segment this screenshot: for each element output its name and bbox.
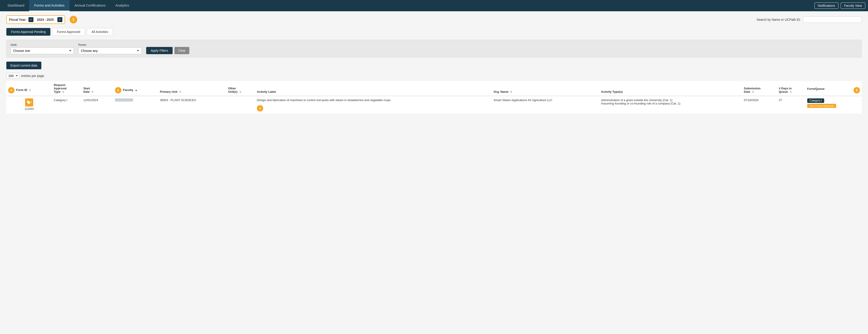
- td-start-date: 11/01/2024: [82, 96, 113, 114]
- td-activity-label: Design and fabrication of machines to co…: [255, 96, 492, 114]
- fiscal-prev-button[interactable]: <: [28, 17, 33, 22]
- th-form-id: 4 Form ID ⇅: [6, 81, 52, 96]
- entries-row: 100 50 25 10 entries per page: [6, 73, 862, 79]
- td-primary-unit: 30003 - PLANT SCIENCES: [158, 96, 226, 114]
- nav-tab-forms[interactable]: Forms and Activities: [29, 0, 69, 11]
- th-activity-types: Activity Type(s): [599, 81, 742, 96]
- sort-icon-org-name: ⇅: [510, 91, 512, 93]
- td-faculty: [113, 96, 158, 114]
- th-other-units: OtherUnit(s) ⇅: [226, 81, 255, 96]
- nav-right: Notifications Faculty View: [814, 0, 865, 11]
- th-start-date: StartDate ⇅: [82, 81, 113, 96]
- nav-tab-analytics[interactable]: Analytics: [111, 0, 134, 11]
- sort-icon-request-approval-type: ⇅: [62, 91, 64, 93]
- queue-approver: Vice Provost Approver: [807, 104, 836, 108]
- activity-label-text: Design and fabrication of machines to co…: [257, 98, 391, 102]
- form-filter-group: Form: Choose any: [79, 43, 142, 54]
- td-other-units: [226, 96, 255, 114]
- entries-per-page-label: entries per page: [21, 74, 44, 78]
- fiscal-year-text: 2024 - 2025: [35, 18, 56, 22]
- th-request-approval-type: RequestApprovalType ⇅: [52, 81, 82, 96]
- tab-forms-approved[interactable]: Forms Approved: [52, 28, 85, 36]
- td-form-id: 4 121933: [6, 96, 52, 114]
- unit-filter-group: Unit: Choose one: [11, 43, 74, 54]
- nav-tab-dashboard[interactable]: Dashboard: [3, 0, 29, 11]
- notifications-button[interactable]: Notifications: [814, 2, 838, 9]
- faculty-view-button[interactable]: Faculty View: [841, 2, 865, 9]
- tag-icon: 4: [25, 98, 33, 106]
- fiscal-row: Fiscal Year: < 2024 - 2025 > 1 Search by…: [6, 15, 862, 24]
- td-form-queue: Category I Vice Provost Approver: [805, 96, 862, 114]
- th-org-name: Org. Name ⇅: [492, 81, 599, 96]
- main-content: Fiscal Year: < 2024 - 2025 > 1 Search by…: [0, 11, 868, 118]
- filter-buttons: Apply Filters Clear: [146, 47, 189, 54]
- form-filter-label: Form:: [79, 43, 142, 46]
- sort-icon-primary-unit: ⇅: [179, 91, 181, 93]
- filter-bar: Unit: Choose one Form: Choose any Apply …: [6, 40, 862, 58]
- sort-icon-form-id: ⇅: [29, 89, 31, 92]
- sort-icon-faculty: ▲: [135, 89, 137, 91]
- entries-per-page-select[interactable]: 100 50 25 10: [6, 73, 20, 79]
- nav-bar: Dashboard Forms and Activities Annual Ce…: [0, 0, 868, 11]
- th-form-queue: Form/Queue 5: [805, 81, 862, 96]
- search-area: Search by Name or UCPath ID:: [756, 16, 862, 23]
- form-id-number: 121933: [25, 107, 34, 110]
- export-button[interactable]: Export current data: [6, 62, 41, 69]
- tab-all-activities[interactable]: All Activities: [87, 28, 113, 36]
- search-label: Search by Name or UCPath ID:: [756, 18, 801, 22]
- tab-row: Forms Approval Pending Forms Approved Al…: [6, 28, 862, 36]
- fiscal-next-button[interactable]: >: [57, 17, 62, 22]
- sort-icon-other-units: ⇅: [239, 91, 241, 93]
- badge-2: 2: [115, 87, 121, 93]
- data-table: 4 Form ID ⇅ RequestApprovalType ⇅ StartD…: [6, 81, 862, 114]
- export-row: Export current data: [6, 62, 862, 69]
- form-filter-select[interactable]: Choose any: [79, 47, 142, 54]
- sort-icon-submission-date: ⇅: [752, 91, 754, 93]
- table-row: 4 121933 Category I 11/01/2024 30003 - P…: [6, 96, 862, 114]
- search-input[interactable]: [803, 16, 862, 23]
- table-header-row: 4 Form ID ⇅ RequestApprovalType ⇅ StartD…: [6, 81, 862, 96]
- td-activity-types: Administration of a grant outside the Un…: [599, 96, 742, 114]
- queue-category: Category I: [807, 98, 824, 103]
- td-days-in-queue: 27: [777, 96, 805, 114]
- fiscal-year-box: Fiscal Year: < 2024 - 2025 >: [6, 15, 65, 24]
- td-submission-date: 07/18/2024: [742, 96, 777, 114]
- unit-filter-select[interactable]: Choose one: [11, 47, 74, 54]
- form-id-cell: 4 121933: [8, 98, 50, 110]
- nav-tab-certifications[interactable]: Annual Certifications: [70, 0, 111, 11]
- th-activity-label: Activity Label: [255, 81, 492, 96]
- th-submission-date: SubmissionDate ⇅: [742, 81, 777, 96]
- th-days-in-queue: # Days inQueue ⇅: [777, 81, 805, 96]
- th-primary-unit: Primary Unit ⇅: [158, 81, 226, 96]
- sort-icon-days-in-queue: ⇅: [789, 91, 792, 93]
- fiscal-label: Fiscal Year:: [9, 18, 27, 22]
- unit-filter-label: Unit:: [11, 43, 74, 46]
- th-faculty: 2 Faculty ▲: [113, 81, 158, 96]
- sort-icon-start-date: ⇅: [92, 91, 94, 93]
- badge-4: 4: [8, 87, 14, 93]
- badge-1: 1: [70, 16, 77, 24]
- badge-5: 5: [854, 87, 860, 93]
- td-org-name: Smart Steam Applications for Agriculture…: [492, 96, 599, 114]
- tab-forms-approval-pending[interactable]: Forms Approval Pending: [6, 28, 51, 36]
- queue-cell: Category I Vice Provost Approver: [807, 98, 860, 108]
- clear-filters-button[interactable]: Clear: [175, 47, 189, 54]
- badge-3: 3: [257, 105, 263, 111]
- apply-filters-button[interactable]: Apply Filters: [146, 47, 173, 54]
- data-table-wrap: 4 Form ID ⇅ RequestApprovalType ⇅ StartD…: [6, 81, 862, 114]
- td-request-approval-type: Category I: [52, 96, 82, 114]
- faculty-blurred: [115, 98, 133, 102]
